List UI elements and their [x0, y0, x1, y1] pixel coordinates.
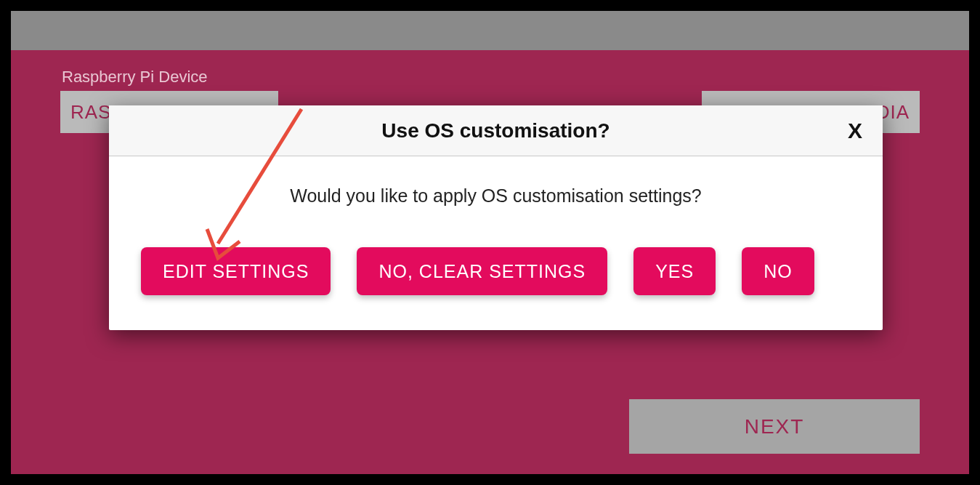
dialog-title: Use OS customisation? — [381, 119, 610, 143]
app-frame: Raspberry Pi Device RASPBERRY PI MEDIA N… — [0, 0, 980, 485]
dialog-message: Would you like to apply OS customisation… — [141, 185, 851, 207]
device-label: Raspberry Pi Device — [62, 68, 208, 87]
titlebar-area — [11, 11, 969, 50]
next-button[interactable]: NEXT — [629, 399, 920, 454]
yes-button[interactable]: YES — [633, 247, 716, 295]
edit-settings-button[interactable]: EDIT SETTINGS — [141, 247, 331, 295]
no-clear-settings-button[interactable]: NO, CLEAR SETTINGS — [357, 247, 607, 295]
dialog-body: Would you like to apply OS customisation… — [109, 156, 883, 330]
app-window: Raspberry Pi Device RASPBERRY PI MEDIA N… — [11, 11, 969, 474]
dialog-header: Use OS customisation? X — [109, 105, 883, 156]
no-button[interactable]: NO — [742, 247, 814, 295]
close-button[interactable]: X — [848, 105, 862, 156]
dialog-actions: EDIT SETTINGS NO, CLEAR SETTINGS YES NO — [141, 247, 851, 295]
os-customisation-dialog: Use OS customisation? X Would you like t… — [109, 105, 883, 330]
